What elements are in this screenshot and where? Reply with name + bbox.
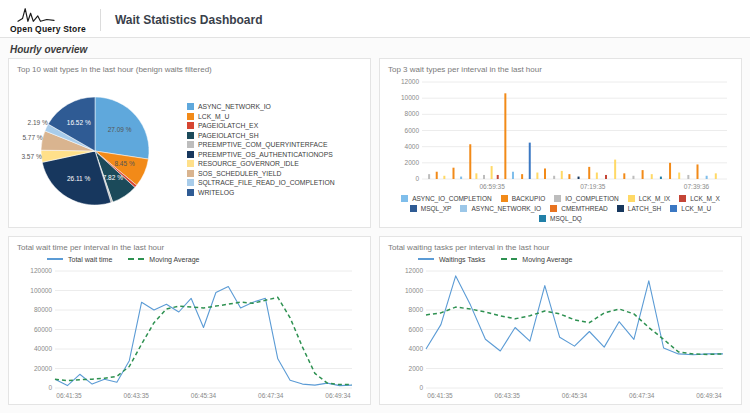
panel-top3-wait-types-bars: Top 3 wait types per interval in the las… bbox=[379, 58, 742, 228]
svg-text:4000: 4000 bbox=[409, 345, 424, 352]
legend-swatch bbox=[187, 189, 194, 196]
section-title: Hourly overview bbox=[0, 38, 750, 58]
legend-item[interactable]: PREEMPTIVE_COM_QUERYINTERFACE bbox=[187, 141, 335, 148]
legend-swatch bbox=[550, 205, 557, 212]
legend-item[interactable]: SQLTRACE_FILE_READ_IO_COMPLETION bbox=[187, 179, 335, 186]
svg-text:06:49:34: 06:49:34 bbox=[325, 392, 351, 399]
legend-item[interactable]: LCK_M_U bbox=[187, 113, 335, 120]
svg-text:8000: 8000 bbox=[409, 306, 424, 313]
legend-label: PREEMPTIVE_OS_AUTHENTICATIONOPS bbox=[198, 151, 333, 158]
legend-swatch bbox=[187, 103, 194, 110]
legend-item[interactable]: PAGEIOLATCH_EX bbox=[187, 122, 335, 129]
svg-text:12000: 12000 bbox=[405, 267, 423, 274]
legend-swatch bbox=[679, 195, 686, 202]
legend-swatch bbox=[187, 151, 194, 158]
panel-title: Total waiting tasks per interval in the … bbox=[388, 243, 733, 252]
legend-label: LCK_M_U bbox=[198, 113, 229, 120]
line-legend: Total wait time Moving Average bbox=[17, 254, 362, 265]
svg-text:16.52 %: 16.52 % bbox=[67, 119, 91, 126]
panel-top-wait-types-pie: Top 10 wait types in the last hour (beni… bbox=[8, 58, 371, 228]
legend-swatch bbox=[401, 195, 408, 202]
pie-legend: ASYNC_NETWORK_IO LCK_M_U PAGEIOLATCH_EX bbox=[187, 103, 335, 196]
svg-text:80000: 80000 bbox=[34, 306, 52, 313]
legend-item[interactable]: PAGEIOLATCH_SH bbox=[187, 132, 335, 139]
panels-grid: Top 10 wait types in the last hour (beni… bbox=[0, 58, 750, 413]
legend-item[interactable]: LCK_M_X bbox=[679, 195, 720, 202]
panel-total-wait-time: Total wait time per interval in the last… bbox=[8, 236, 371, 406]
panel-title: Total wait time per interval in the last… bbox=[17, 243, 362, 252]
pie-area: 27.09 %8.45 %7.82 %26.11 %3.57 %5.77 %2.… bbox=[17, 76, 362, 223]
legend-label: WRITELOG bbox=[198, 189, 234, 196]
logo-icon bbox=[16, 6, 56, 24]
legend-item[interactable]: SOS_SCHEDULER_YIELD bbox=[187, 170, 335, 177]
svg-text:06:49:34: 06:49:34 bbox=[696, 392, 722, 399]
svg-text:06:45:34: 06:45:34 bbox=[562, 392, 588, 399]
svg-text:2000: 2000 bbox=[409, 364, 424, 371]
legend-item[interactable]: IO_COMPLETION bbox=[554, 195, 618, 202]
legend-swatch bbox=[187, 179, 194, 186]
legend-item[interactable]: LATCH_SH bbox=[617, 205, 661, 212]
legend-label: ASYNC_NETWORK_IO bbox=[471, 205, 541, 212]
legend-swatch bbox=[670, 205, 677, 212]
legend-swatch bbox=[628, 195, 635, 202]
legend-swatch bbox=[617, 205, 624, 212]
legend-item[interactable]: Moving Average bbox=[501, 256, 572, 263]
legend-item[interactable]: LCK_M_IX bbox=[628, 195, 670, 202]
logo[interactable]: Open Query Store bbox=[10, 6, 86, 34]
legend-label: PAGEIOLATCH_SH bbox=[198, 132, 259, 139]
legend-line-swatch bbox=[47, 258, 63, 260]
legend-label: LATCH_SH bbox=[628, 205, 661, 212]
legend-item[interactable]: ASYNC_NETWORK_IO bbox=[187, 103, 335, 110]
legend-label: Moving Average bbox=[522, 256, 572, 263]
svg-text:06:59:35: 06:59:35 bbox=[479, 183, 505, 190]
waiting-tasks-chart[interactable]: 02000400060008000100001200006:41:3506:43… bbox=[388, 265, 733, 401]
legend-line-swatch bbox=[418, 258, 434, 260]
legend-line-swatch bbox=[128, 258, 144, 260]
legend-item[interactable]: Waitings Tasks bbox=[418, 256, 485, 263]
pie-chart[interactable]: 27.09 %8.45 %7.82 %26.11 %3.57 %5.77 %2.… bbox=[17, 79, 173, 219]
total-wait-time-chart[interactable]: 02000040000600008000010000012000006:41:3… bbox=[17, 265, 362, 401]
legend-item[interactable]: MSQL_DQ bbox=[539, 215, 582, 222]
svg-text:4000: 4000 bbox=[405, 143, 420, 150]
svg-text:8.45 %: 8.45 % bbox=[114, 160, 134, 167]
legend-item[interactable]: MSQL_XP bbox=[410, 205, 452, 212]
legend-item[interactable]: CMEMTHREAD bbox=[550, 205, 608, 212]
legend-swatch bbox=[187, 160, 194, 167]
legend-label: RESOURCE_GOVERNOR_IDLE bbox=[198, 160, 299, 167]
svg-text:7.82 %: 7.82 % bbox=[103, 174, 123, 181]
svg-text:40000: 40000 bbox=[34, 345, 52, 352]
legend-swatch bbox=[460, 205, 467, 212]
legend-label: IO_COMPLETION bbox=[565, 195, 618, 202]
legend-item[interactable]: PREEMPTIVE_OS_AUTHENTICATIONOPS bbox=[187, 151, 335, 158]
logo-text: Open Query Store bbox=[10, 24, 86, 34]
dashboard: Open Query Store Wait Statistics Dashboa… bbox=[0, 0, 750, 413]
legend-swatch bbox=[187, 141, 194, 148]
svg-text:06:43:35: 06:43:35 bbox=[124, 392, 150, 399]
legend-item[interactable]: RESOURCE_GOVERNOR_IDLE bbox=[187, 160, 335, 167]
svg-text:120000: 120000 bbox=[30, 267, 52, 274]
svg-text:06:41:35: 06:41:35 bbox=[427, 392, 453, 399]
legend-label: ASYNC_NETWORK_IO bbox=[198, 103, 271, 110]
legend-label: LCK_M_U bbox=[681, 205, 711, 212]
legend-item[interactable]: Moving Average bbox=[128, 256, 199, 263]
panel-title: Top 10 wait types in the last hour (beni… bbox=[17, 65, 362, 74]
svg-text:27.09 %: 27.09 % bbox=[108, 126, 132, 133]
legend-item[interactable]: LCK_M_U bbox=[670, 205, 711, 212]
legend-label: PREEMPTIVE_COM_QUERYINTERFACE bbox=[198, 141, 327, 148]
svg-text:07:39:36: 07:39:36 bbox=[684, 183, 710, 190]
legend-label: MSQL_XP bbox=[421, 205, 452, 212]
legend-swatch bbox=[410, 205, 417, 212]
legend-item[interactable]: Total wait time bbox=[47, 256, 112, 263]
legend-item[interactable]: WRITELOG bbox=[187, 189, 335, 196]
bar-chart[interactable]: 02000400060008000100001200006:59:3507:19… bbox=[388, 76, 733, 192]
svg-text:06:47:34: 06:47:34 bbox=[629, 392, 655, 399]
legend-item[interactable]: ASYNC_NETWORK_IO bbox=[460, 205, 541, 212]
svg-text:06:43:35: 06:43:35 bbox=[495, 392, 521, 399]
bar-legend: ASYNC_IO_COMPLETION BACKUPIO IO_COMPLETI… bbox=[388, 192, 733, 223]
legend-line-swatch bbox=[501, 258, 517, 260]
legend-label: LCK_M_X bbox=[690, 195, 720, 202]
legend-item[interactable]: BACKUPIO bbox=[501, 195, 546, 202]
legend-item[interactable]: ASYNC_IO_COMPLETION bbox=[401, 195, 491, 202]
svg-text:6000: 6000 bbox=[405, 127, 420, 134]
svg-text:26.11 %: 26.11 % bbox=[67, 175, 91, 182]
